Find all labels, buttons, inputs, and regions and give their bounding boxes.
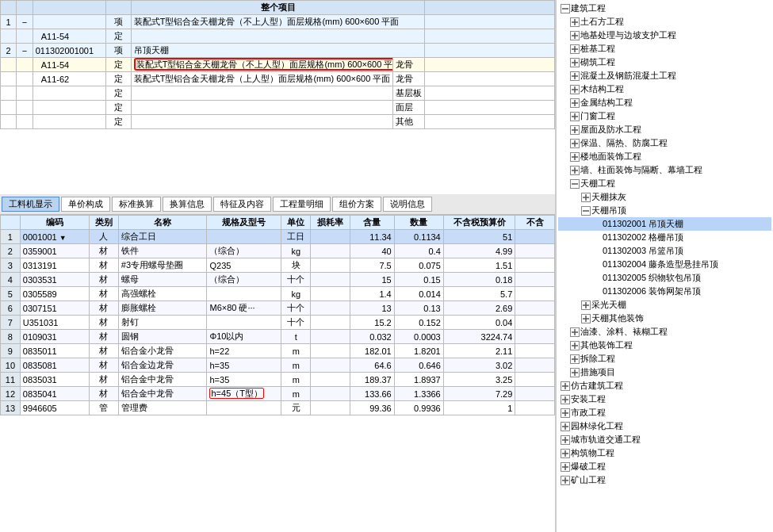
- tab-biaozhun[interactable]: 标准换算: [112, 197, 161, 212]
- bottom-row-7[interactable]: 7U351031材射钉十个15.20.1520.04: [1, 316, 555, 330]
- tree-node-7[interactable]: 木结构工程: [558, 82, 771, 96]
- tree-icon-27: [569, 354, 580, 365]
- bottom-row-3[interactable]: 30313191材#3专用螺母垫圈Q235块7.50.0751.51: [1, 258, 555, 273]
- tree-node-2[interactable]: 土石方工程: [558, 15, 771, 29]
- tree-node-1[interactable]: 建筑工程: [558, 2, 771, 15]
- tree-node-27[interactable]: 拆除工程: [558, 352, 771, 366]
- bottom-row-5[interactable]: 50305589材高强螺栓kg1.40.0145.7: [1, 287, 555, 301]
- bottom-row-9[interactable]: 90835011材铝合金小龙骨h=22m182.011.82012.11: [1, 344, 555, 358]
- top-row-2-sub1[interactable]: A11-54 定 装配式T型铝合金天棚龙骨（不上人型）面层规格(mm) 600×…: [1, 58, 555, 72]
- tree-node-14[interactable]: 天棚工程: [558, 177, 771, 190]
- tree-node-19[interactable]: 011302003 吊篮吊顶: [558, 244, 771, 258]
- bottom-row-6[interactable]: 60307151材膨胀螺栓M6×80 硬···十个130.132.69: [1, 301, 555, 316]
- top-table-scroll[interactable]: 整个项目 1 − 项 装配式T型铝合金天棚龙骨（不上人型）面层规格(mm) 60…: [0, 0, 555, 194]
- cell-spec-8: Φ10以内: [207, 330, 281, 344]
- tree-node-18[interactable]: 011302002 格栅吊顶: [558, 231, 771, 244]
- bottom-row-10[interactable]: 100835081材铝合金边龙骨h=35m64.60.6463.02: [1, 358, 555, 373]
- tree-node-22[interactable]: 011302006 装饰网架吊顶: [558, 285, 771, 298]
- tree-node-25[interactable]: 油漆、涂料、裱糊工程: [558, 325, 771, 339]
- tree-node-26[interactable]: 其他装饰工程: [558, 339, 771, 352]
- bottom-row-11[interactable]: 110835031材铝合金中龙骨h=35m189.371.89373.25: [1, 373, 555, 387]
- cell-rownum-13: 13: [1, 401, 21, 415]
- tree-icon-14: [569, 178, 580, 189]
- bottom-row-1[interactable]: 10001001 ▼人综合工日工日11.340.113451: [1, 230, 555, 244]
- tree-node-33[interactable]: 城市轨道交通工程: [558, 433, 771, 446]
- cell-other-12: [515, 387, 555, 401]
- top-row-1[interactable]: 1 − 项 装配式T型铝合金天棚龙骨（不上人型）面层规格(mm) 600×600…: [1, 15, 555, 29]
- cell-name-11: 铝合金中龙骨: [118, 373, 207, 387]
- top-row-mianceng[interactable]: 定 面层: [1, 101, 555, 115]
- tree-node-36[interactable]: 矿山工程: [558, 473, 771, 487]
- tree-icon-12: [569, 151, 580, 163]
- bottom-row-2[interactable]: 20359001材铁件（综合）kg400.44.99: [1, 244, 555, 258]
- row2-minus[interactable]: −: [17, 44, 33, 58]
- tree-node-16[interactable]: 天棚吊顶: [558, 204, 771, 217]
- tab-shuoming[interactable]: 说明信息: [383, 197, 432, 212]
- tree-node-13[interactable]: 墙、柱面装饰与隔断、幕墙工程: [558, 163, 771, 177]
- tree-node-30[interactable]: 安装工程: [558, 392, 771, 406]
- tree-icon-9: [569, 111, 580, 122]
- tree-node-15[interactable]: 天棚抹灰: [558, 190, 771, 204]
- tree-node-17[interactable]: 011302001 吊顶天棚: [558, 217, 771, 231]
- top-row-2[interactable]: 2 − 011302001001 项 吊顶天棚: [1, 44, 555, 58]
- tree-node-8[interactable]: 金属结构工程: [558, 96, 771, 109]
- tree-node-21[interactable]: 011302005 织物软包吊顶: [558, 271, 771, 285]
- top-row-qita[interactable]: 定 其他: [1, 115, 555, 129]
- tab-zujia[interactable]: 组价方案: [332, 197, 381, 212]
- tree-node-5[interactable]: 砌筑工程: [558, 55, 771, 69]
- tree-node-31[interactable]: 市政工程: [558, 406, 771, 419]
- tree-node-32[interactable]: 园林绿化工程: [558, 419, 771, 433]
- tree-node-12[interactable]: 楼地面装饰工程: [558, 150, 771, 163]
- tree-node-3[interactable]: 地基处理与边坡支护工程: [558, 29, 771, 42]
- cell-rownum-1: 1: [1, 230, 21, 244]
- bth-rownum: [1, 216, 21, 230]
- bottom-row-8[interactable]: 80109031材圆钢Φ10以内t0.0320.00033224.74: [1, 330, 555, 344]
- cell-qty-8: 0.0003: [394, 330, 443, 344]
- tree-node-28[interactable]: 措施项目: [558, 366, 771, 379]
- tab-tezheng[interactable]: 特征及内容: [213, 197, 271, 212]
- tab-gongchengliang[interactable]: 工程量明细: [273, 197, 331, 212]
- cell-loss-8: [311, 330, 350, 344]
- tree-node-34[interactable]: 构筑物工程: [558, 446, 771, 460]
- cell-amount-7: 15.2: [350, 316, 394, 330]
- right-panel[interactable]: 建筑工程土石方工程地基处理与边坡支护工程桩基工程砌筑工程混凝土及钢筋混凝土工程木…: [556, 0, 773, 532]
- tree-node-20[interactable]: 011302004 藤条造型悬挂吊顶: [558, 258, 771, 271]
- top-row-1-sub[interactable]: A11-54 定: [1, 29, 555, 44]
- tab-danjia[interactable]: 单价构成: [61, 197, 110, 212]
- bottom-row-12[interactable]: 120835041材铝合金中龙骨h=45（T型）m133.661.33667.2…: [1, 387, 555, 401]
- tree-node-24[interactable]: 天棚其他装饰: [558, 312, 771, 325]
- tab-gongliaojishow[interactable]: 工料机显示: [2, 197, 59, 212]
- tab-huansuan[interactable]: 换算信息: [163, 197, 212, 212]
- cell-price-5: 5.7: [443, 287, 515, 301]
- top-row-jicengban[interactable]: 定 基层板: [1, 86, 555, 101]
- row2s2-rest: [425, 72, 555, 86]
- bottom-row-13[interactable]: 139946605管管理费元99.360.99361: [1, 401, 555, 415]
- row2s1-num: [1, 58, 17, 72]
- cell-price-2: 4.99: [443, 244, 515, 258]
- mc-minus: [17, 101, 33, 115]
- bottom-table-header: 编码 类别 名称 规格及型号 单位 损耗率 含量 数量 不含税预算价 不含: [1, 216, 555, 230]
- tree-node-6[interactable]: 混凝土及钢筋混凝土工程: [558, 69, 771, 82]
- bottom-table-scroll[interactable]: 编码 类别 名称 规格及型号 单位 损耗率 含量 数量 不含税预算价 不含 10…: [0, 215, 555, 532]
- tree-icon-21: [591, 273, 603, 284]
- row1-code: [33, 15, 105, 29]
- th-type: [105, 1, 131, 15]
- cell-unit-3: 块: [281, 258, 311, 273]
- cell-type-13: 管: [89, 401, 118, 415]
- tree-label-23: 采光天棚: [591, 299, 626, 311]
- cell-price-11: 3.25: [443, 373, 515, 387]
- top-row-2-sub2[interactable]: A11-62 定 装配式T型铝合金天棚龙骨（上人型）面层规格(mm) 600×6…: [1, 72, 555, 86]
- tree-node-4[interactable]: 桩基工程: [558, 42, 771, 55]
- tree-node-9[interactable]: 门窗工程: [558, 109, 771, 123]
- tree-node-10[interactable]: 屋面及防水工程: [558, 123, 771, 136]
- tree-node-29[interactable]: 仿古建筑工程: [558, 379, 771, 392]
- bottom-row-4[interactable]: 40303531材螺母（综合）十个150.150.18: [1, 273, 555, 287]
- tree-node-35[interactable]: 爆破工程: [558, 460, 771, 473]
- tree-node-23[interactable]: 采光天棚: [558, 298, 771, 312]
- th-num: [1, 1, 17, 15]
- tree-node-11[interactable]: 保温、隔热、防腐工程: [558, 136, 771, 150]
- tree-container: 建筑工程土石方工程地基处理与边坡支护工程桩基工程砌筑工程混凝土及钢筋混凝土工程木…: [557, 0, 773, 488]
- cell-name-9: 铝合金小龙骨: [118, 344, 207, 358]
- row1-minus[interactable]: −: [17, 15, 33, 29]
- cell-code-1[interactable]: 0001001 ▼: [20, 230, 89, 244]
